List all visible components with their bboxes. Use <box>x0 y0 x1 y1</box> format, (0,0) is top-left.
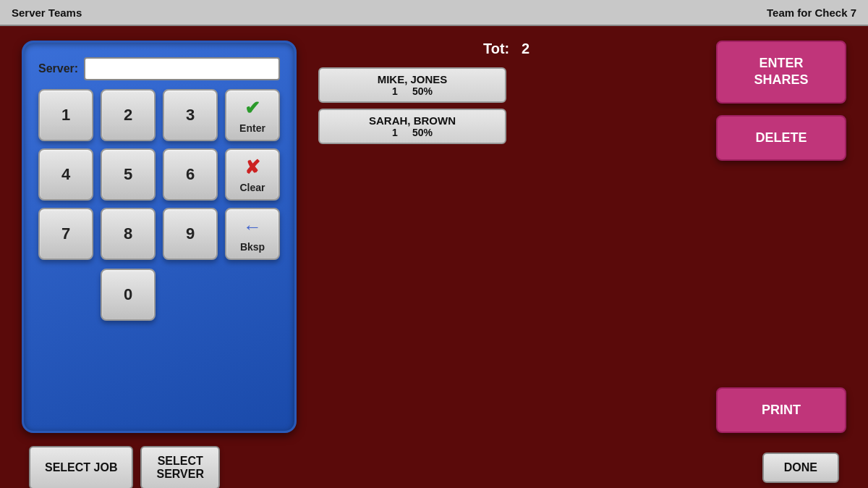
team-member-sarah[interactable]: SARAH, BROWN 1 50% <box>318 109 506 144</box>
tot-row: Tot: 2 <box>483 41 529 57</box>
clear-icon: ✘ <box>244 156 260 179</box>
team-member-mike[interactable]: MIKE, JONES 1 50% <box>318 67 506 103</box>
num-7-button[interactable]: 7 <box>38 208 93 260</box>
enter-label: Enter <box>239 122 265 134</box>
print-button[interactable]: PRINT <box>716 387 846 433</box>
team-member-mike-details: 1 50% <box>392 85 433 97</box>
enter-button[interactable]: ✔ Enter <box>225 89 280 141</box>
clear-button[interactable]: ✘ Clear <box>225 148 280 201</box>
bottom-left-group: SELECT JOB SELECT SERVER <box>29 446 220 488</box>
team-member-sarah-shares: 1 <box>392 127 398 138</box>
select-server-line2: SERVER <box>156 468 204 480</box>
tot-label: Tot: <box>483 41 509 56</box>
clear-label: Clear <box>239 182 265 193</box>
enter-shares-line1: ENTER <box>759 56 803 70</box>
center-panel: Tot: 2 MIKE, JONES 1 50% SARAH, BROWN 1 … <box>318 41 694 433</box>
num-4-button[interactable]: 4 <box>38 148 93 201</box>
enter-icon: ✔ <box>244 97 260 119</box>
title-bar: Server Teams Team for Check 7 <box>0 0 868 26</box>
server-input[interactable] <box>84 57 280 80</box>
main-content: Server: 1 2 3 ✔ Enter 4 5 6 ✘ Clear 7 8 … <box>0 26 868 447</box>
num-0-button[interactable]: 0 <box>101 269 156 321</box>
backspace-button[interactable]: ← Bksp <box>225 208 280 260</box>
num-3-button[interactable]: 3 <box>163 89 218 141</box>
select-job-button[interactable]: SELECT JOB <box>29 446 133 488</box>
num-1-button[interactable]: 1 <box>38 89 93 141</box>
num-8-button[interactable]: 8 <box>101 208 156 260</box>
team-member-sarah-details: 1 50% <box>392 127 433 138</box>
numpad-panel: Server: 1 2 3 ✔ Enter 4 5 6 ✘ Clear 7 8 … <box>22 41 297 433</box>
server-label: Server: <box>38 62 78 75</box>
numpad-grid: 1 2 3 ✔ Enter 4 5 6 ✘ Clear 7 8 9 ← Bksp <box>38 89 280 260</box>
select-server-button[interactable]: SELECT SERVER <box>140 446 220 488</box>
select-server-line1: SELECT <box>158 455 203 467</box>
team-member-sarah-percent: 50% <box>412 127 433 138</box>
left-title: Server Teams <box>12 7 82 19</box>
team-member-mike-percent: 50% <box>412 85 433 97</box>
tot-value: 2 <box>522 41 529 56</box>
zero-row: 0 <box>38 269 280 321</box>
team-member-sarah-name: SARAH, BROWN <box>369 114 456 127</box>
bksp-label: Bksp <box>240 241 265 253</box>
team-member-mike-name: MIKE, JONES <box>378 73 448 85</box>
server-input-row: Server: <box>38 57 280 80</box>
num-2-button[interactable]: 2 <box>101 89 156 141</box>
bottom-bar: SELECT JOB SELECT SERVER DONE <box>0 447 868 488</box>
num-6-button[interactable]: 6 <box>163 148 218 201</box>
enter-shares-button[interactable]: ENTER SHARES <box>716 41 846 104</box>
right-panel: ENTER SHARES DELETE PRINT <box>716 41 846 433</box>
enter-shares-line2: SHARES <box>754 72 808 87</box>
num-5-button[interactable]: 5 <box>101 148 156 201</box>
delete-button[interactable]: DELETE <box>716 115 846 161</box>
bksp-icon: ← <box>243 216 262 238</box>
done-button[interactable]: DONE <box>762 453 839 483</box>
num-9-button[interactable]: 9 <box>163 208 218 260</box>
team-member-mike-shares: 1 <box>392 85 398 97</box>
right-title: Team for Check 7 <box>767 7 856 19</box>
